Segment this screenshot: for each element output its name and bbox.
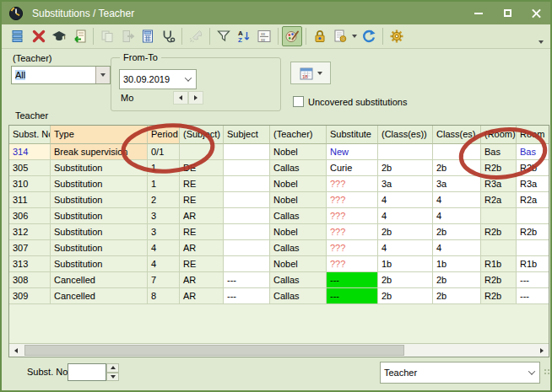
grid-cell[interactable]: 306 — [9, 208, 51, 224]
grid-cell[interactable]: 2b — [378, 160, 433, 176]
minimize-button[interactable] — [464, 2, 493, 24]
column-header-type[interactable]: Type — [51, 126, 148, 144]
grid-cell[interactable]: 307 — [9, 240, 51, 256]
table-row[interactable]: 312Substitution3RENobel???2b2bR2bR2b — [9, 224, 549, 240]
grid-cell[interactable]: ??? — [327, 208, 378, 224]
grid-cell[interactable] — [517, 208, 549, 224]
table-row[interactable]: 311Substitution2RENobel???44R2aR2a — [9, 192, 549, 208]
scroll-right-button[interactable] — [535, 344, 549, 357]
grid-cell[interactable]: Break supervision — [51, 144, 148, 160]
column-header-classes[interactable]: (Class(es)) — [378, 126, 433, 144]
column-header-teacher[interactable]: (Teacher) — [270, 126, 327, 144]
grid-cell[interactable]: Substitution — [51, 176, 148, 192]
grid-cell[interactable]: 4 — [433, 240, 481, 256]
grid-cell[interactable]: Nobel — [270, 224, 327, 240]
grid-cell[interactable]: 308 — [9, 272, 51, 288]
table-row[interactable]: 309Cancelled8AR---Callas---2b2bR2b--- — [9, 288, 549, 304]
special-functions-button[interactable] — [186, 26, 206, 46]
grid-cell[interactable]: Nobel — [270, 256, 327, 272]
grid-cell[interactable]: 309 — [9, 288, 51, 304]
grid-cell[interactable]: 2 — [148, 192, 180, 208]
grid-cell[interactable]: R2b — [481, 272, 517, 288]
grid-cell[interactable]: R2a — [481, 192, 517, 208]
grid-cell[interactable]: Substitution — [51, 208, 148, 224]
grid-cell[interactable]: 305 — [9, 160, 51, 176]
grid-cell[interactable] — [481, 208, 517, 224]
grid-cell[interactable]: R2b — [481, 288, 517, 304]
grid-cell[interactable]: AR — [180, 272, 224, 288]
grid-cell[interactable]: Cancelled — [51, 272, 148, 288]
date-dropdown-button[interactable] — [181, 70, 196, 89]
grid-cell[interactable]: Substitution — [51, 256, 148, 272]
grid-cell[interactable]: ??? — [327, 192, 378, 208]
grid-cell[interactable]: 4 — [433, 208, 481, 224]
grid-cell[interactable]: RE — [180, 256, 224, 272]
cancel-lesson-button[interactable] — [117, 26, 138, 46]
grid-cell[interactable]: Nobel — [270, 144, 327, 160]
grid-cell[interactable]: DE — [180, 160, 224, 176]
grid-cell[interactable]: ??? — [327, 240, 378, 256]
previous-day-button[interactable] — [173, 91, 188, 105]
grid-cell[interactable]: 2b — [378, 224, 433, 240]
print-selection-dropdown[interactable] — [350, 26, 359, 46]
grid-cell[interactable]: R2b — [517, 224, 549, 240]
grid-cell[interactable]: 312 — [9, 224, 51, 240]
grid-cell[interactable]: Curie — [327, 160, 378, 176]
delete-button[interactable] — [29, 26, 49, 46]
grid-cell[interactable]: 4 — [148, 256, 180, 272]
sort-button[interactable]: A Z — [234, 26, 254, 46]
grid-cell[interactable]: R2b — [481, 224, 517, 240]
grid-cell[interactable]: 3 — [148, 208, 180, 224]
grid-cell[interactable]: R2b — [481, 160, 517, 176]
close-button[interactable] — [522, 2, 550, 24]
grid-cell[interactable] — [224, 208, 270, 224]
grid-cell[interactable]: 2b — [378, 288, 433, 304]
grid-cell[interactable]: Nobel — [270, 176, 327, 192]
grid-cell[interactable]: 1 — [148, 160, 180, 176]
grid-cell[interactable]: 4 — [148, 240, 180, 256]
grid-cell[interactable]: 2b — [433, 288, 481, 304]
table-row[interactable]: 306Substitution3ARCallas???44 — [9, 208, 549, 224]
column-header-subject[interactable]: (Subject) — [180, 126, 224, 144]
grid-cell[interactable]: 4 — [378, 208, 433, 224]
grid-cell[interactable] — [224, 176, 270, 192]
grid-cell[interactable]: Substitution — [51, 240, 148, 256]
column-header-subject[interactable]: Subject — [224, 126, 270, 144]
grid-cell[interactable]: R1b — [517, 256, 549, 272]
grid-cell[interactable]: --- — [327, 272, 378, 288]
uncovered-checkbox[interactable] — [293, 96, 304, 107]
horizontal-scrollbar[interactable] — [9, 343, 549, 357]
scroll-left-button[interactable] — [9, 344, 23, 357]
grid-cell[interactable] — [224, 160, 270, 176]
grid-cell[interactable]: ??? — [327, 176, 378, 192]
grid-cell[interactable]: Callas — [270, 208, 327, 224]
column-header-room[interactable]: Room — [517, 126, 549, 144]
grid-cell[interactable] — [224, 192, 270, 208]
grid-cell[interactable]: AR — [180, 288, 224, 304]
grid-cell[interactable] — [224, 144, 270, 160]
maximize-button[interactable] — [493, 2, 522, 24]
copy-button[interactable] — [97, 26, 117, 46]
grid-cell[interactable] — [517, 240, 549, 256]
scrollbar-track[interactable] — [23, 344, 535, 357]
grid-cell[interactable]: R3a — [517, 176, 549, 192]
grid-cell[interactable] — [224, 224, 270, 240]
counter-button[interactable]: xx xx — [254, 26, 274, 46]
grid-cell[interactable]: RE — [180, 192, 224, 208]
toolbar-overflow-button[interactable] — [537, 32, 545, 52]
grid-cell[interactable]: Cancelled — [51, 288, 148, 304]
grid-cell[interactable]: --- — [224, 288, 270, 304]
teacher-filter-dropdown-button[interactable] — [95, 67, 110, 83]
colors-button[interactable] — [282, 26, 302, 46]
scrollbar-thumb[interactable] — [24, 345, 404, 356]
grid-cell[interactable]: 8 — [148, 288, 180, 304]
grid-cell[interactable]: Substitution — [51, 160, 148, 176]
column-header-classes[interactable]: Class(es) — [433, 126, 481, 144]
grid-cell[interactable]: 1 — [148, 176, 180, 192]
spinner-up-button[interactable] — [106, 363, 119, 373]
print-selection-button[interactable] — [330, 26, 350, 46]
substitutions-button[interactable] — [8, 26, 29, 46]
teacher-filter-combo[interactable]: All — [11, 66, 111, 84]
grid-cell[interactable]: New — [327, 144, 378, 160]
column-header-room[interactable]: (Room) — [481, 126, 517, 144]
